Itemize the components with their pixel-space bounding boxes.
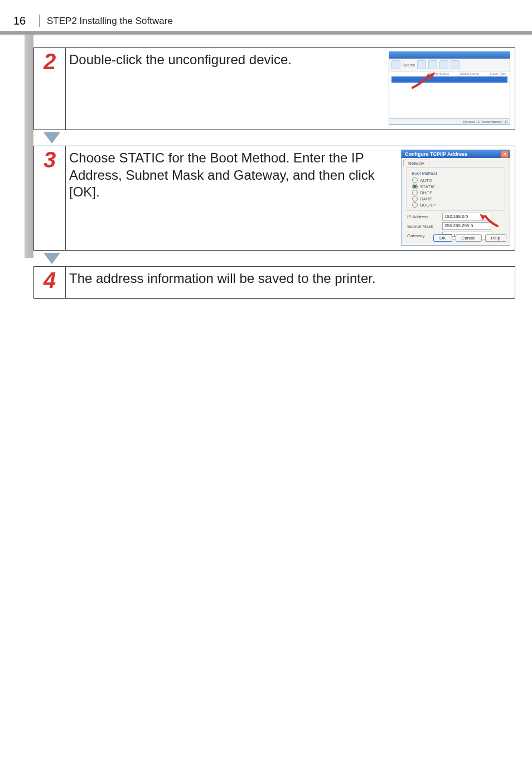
bradmin-toolbar: Search bbox=[389, 59, 510, 71]
radio-icon bbox=[412, 196, 418, 202]
boot-method-label: Boot Method bbox=[410, 171, 438, 176]
step-4-text: The address information will be saved to… bbox=[69, 270, 510, 287]
radio-icon bbox=[412, 177, 418, 183]
ip-label: IP Address bbox=[407, 214, 438, 219]
step-2-number-cell: 2 bbox=[34, 48, 66, 129]
dialog-buttons: OK Cancel Help bbox=[433, 234, 506, 242]
tool-icon-1 bbox=[428, 60, 437, 69]
col-node-type: Node Type bbox=[490, 72, 506, 75]
down-arrow-icon bbox=[43, 132, 60, 143]
radio-icon bbox=[412, 202, 418, 208]
step-3-screenshot: Configure TCP/IP Address × Network Boot … bbox=[401, 150, 510, 246]
tool-icon-2 bbox=[439, 60, 448, 69]
radio-dhcp: DHCP bbox=[412, 190, 501, 195]
tcpip-dialog: Configure TCP/IP Address × Network Boot … bbox=[401, 150, 510, 246]
search-label: Search bbox=[403, 63, 415, 67]
svg-marker-1 bbox=[480, 214, 485, 220]
network-tab: Network bbox=[403, 160, 429, 166]
red-pointer-arrow-icon bbox=[480, 214, 499, 227]
steps-container: 2 Double-click the unconfigured device. … bbox=[33, 47, 515, 299]
mask-label: Subnet Mask bbox=[407, 224, 438, 229]
page-number: 16 bbox=[0, 13, 39, 27]
step-3-number-cell: 3 bbox=[34, 146, 66, 250]
refresh-icon bbox=[417, 60, 426, 69]
svg-marker-0 bbox=[428, 72, 435, 80]
step-3: 3 Choose STATIC for the Boot Method. Ent… bbox=[33, 146, 515, 251]
step-2: 2 Double-click the unconfigured device. … bbox=[33, 47, 515, 130]
left-spine bbox=[25, 35, 33, 258]
step-2-screenshot: Search Device Status Model Name Node Typ… bbox=[389, 51, 510, 125]
down-arrow-icon bbox=[43, 253, 60, 264]
col-model-name: Model Name bbox=[460, 72, 479, 75]
radio-rarp: RARP bbox=[412, 196, 501, 202]
radio-rarp-label: RARP bbox=[420, 196, 432, 202]
bradmin-window: Search Device Status Model Name Node Typ… bbox=[389, 51, 510, 125]
step-2-text: Double-click the unconfigured device. bbox=[69, 51, 383, 69]
separator-3-4 bbox=[33, 251, 515, 266]
step-3-number: 3 bbox=[43, 148, 56, 171]
radio-dhcp-label: DHCP bbox=[420, 190, 433, 195]
radio-icon-selected bbox=[412, 184, 418, 189]
header: 16 STEP2 Installing the Software bbox=[0, 13, 173, 27]
radio-auto: AUTO bbox=[412, 177, 501, 183]
chapter-title: STEP2 Installing the Software bbox=[40, 15, 173, 27]
radio-bootp-label: BOOTP bbox=[420, 203, 436, 208]
boot-method-group: Boot Method AUTO STATIC DHCP RARP BOOTP bbox=[406, 167, 505, 211]
tool-icon-3 bbox=[451, 60, 460, 69]
radio-icon bbox=[412, 190, 418, 195]
bradmin-statusbar: Devices : 1 (Unconfigured : 1) bbox=[389, 118, 510, 124]
radio-bootp: BOOTP bbox=[412, 202, 501, 208]
step-2-number: 2 bbox=[43, 50, 56, 73]
separator-2-3 bbox=[33, 130, 515, 146]
radio-auto-label: AUTO bbox=[420, 178, 432, 183]
radio-static-label: STATIC bbox=[420, 184, 435, 189]
bradmin-column-headers: Device Status Model Name Node Type bbox=[389, 71, 510, 75]
step-4-number-cell: 4 bbox=[34, 267, 66, 298]
step-4-number: 4 bbox=[43, 269, 56, 291]
header-rule bbox=[0, 31, 532, 35]
step-3-text: Choose STATIC for the Boot Method. Enter… bbox=[69, 150, 395, 201]
step-4: 4 The address information will be saved … bbox=[33, 266, 515, 299]
radio-static: STATIC bbox=[412, 184, 501, 189]
bradmin-titlebar bbox=[389, 52, 510, 59]
close-icon: × bbox=[501, 151, 509, 158]
tcpip-title-text: Configure TCP/IP Address bbox=[405, 151, 467, 157]
search-icon bbox=[391, 60, 400, 69]
device-row-selected bbox=[391, 76, 507, 83]
tcpip-titlebar: Configure TCP/IP Address × bbox=[402, 150, 510, 158]
cancel-button: Cancel bbox=[456, 234, 482, 242]
ok-button: OK bbox=[433, 234, 452, 242]
help-button: Help bbox=[485, 234, 506, 242]
red-pointer-arrow-icon bbox=[412, 72, 437, 91]
